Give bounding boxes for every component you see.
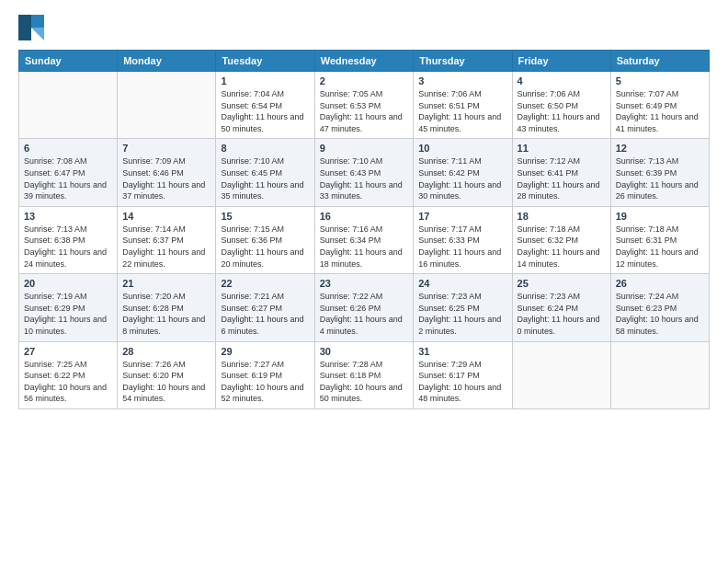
day-number: 26 [616, 278, 704, 289]
day-info: Sunrise: 7:26 AMSunset: 6:20 PMDaylight:… [122, 359, 210, 405]
calendar-cell: 25Sunrise: 7:23 AMSunset: 6:24 PMDayligh… [512, 274, 610, 341]
day-info: Sunrise: 7:09 AMSunset: 6:46 PMDaylight:… [122, 155, 210, 201]
header [18, 15, 710, 40]
day-number: 21 [122, 278, 210, 289]
day-number: 1 [221, 75, 309, 86]
day-info: Sunrise: 7:24 AMSunset: 6:23 PMDaylight:… [616, 291, 704, 337]
weekday-header-sunday: Sunday [19, 51, 118, 72]
day-number: 8 [221, 143, 309, 154]
calendar-header: SundayMondayTuesdayWednesdayThursdayFrid… [19, 51, 710, 72]
calendar-cell: 31Sunrise: 7:29 AMSunset: 6:17 PMDayligh… [414, 341, 512, 408]
day-number: 23 [320, 278, 409, 289]
day-number: 12 [616, 143, 704, 154]
day-info: Sunrise: 7:13 AMSunset: 6:38 PMDaylight:… [24, 224, 112, 270]
calendar-cell: 14Sunrise: 7:14 AMSunset: 6:37 PMDayligh… [118, 206, 216, 273]
calendar-cell: 26Sunrise: 7:24 AMSunset: 6:23 PMDayligh… [610, 274, 709, 341]
page: SundayMondayTuesdayWednesdayThursdayFrid… [0, 0, 728, 563]
calendar-cell: 13Sunrise: 7:13 AMSunset: 6:38 PMDayligh… [19, 206, 118, 273]
svg-marker-2 [31, 28, 44, 40]
calendar-cell: 7Sunrise: 7:09 AMSunset: 6:46 PMDaylight… [118, 139, 216, 206]
day-number: 11 [518, 143, 606, 154]
calendar-cell: 15Sunrise: 7:15 AMSunset: 6:36 PMDayligh… [216, 206, 314, 273]
day-info: Sunrise: 7:10 AMSunset: 6:43 PMDaylight:… [320, 155, 409, 201]
calendar-week-row: 13Sunrise: 7:13 AMSunset: 6:38 PMDayligh… [19, 206, 710, 273]
day-info: Sunrise: 7:05 AMSunset: 6:53 PMDaylight:… [320, 88, 409, 134]
day-number: 20 [24, 278, 112, 289]
calendar-cell: 18Sunrise: 7:18 AMSunset: 6:32 PMDayligh… [512, 206, 610, 273]
day-info: Sunrise: 7:25 AMSunset: 6:22 PMDaylight:… [24, 359, 112, 405]
calendar-cell: 6Sunrise: 7:08 AMSunset: 6:47 PMDaylight… [19, 139, 118, 206]
calendar-table: SundayMondayTuesdayWednesdayThursdayFrid… [18, 50, 710, 409]
weekday-header-wednesday: Wednesday [314, 51, 414, 72]
day-number: 4 [518, 75, 606, 86]
day-info: Sunrise: 7:28 AMSunset: 6:18 PMDaylight:… [320, 359, 409, 405]
calendar-cell: 9Sunrise: 7:10 AMSunset: 6:43 PMDaylight… [314, 139, 414, 206]
calendar-cell: 8Sunrise: 7:10 AMSunset: 6:45 PMDaylight… [216, 139, 314, 206]
weekday-header-row: SundayMondayTuesdayWednesdayThursdayFrid… [19, 51, 710, 72]
day-number: 22 [221, 278, 309, 289]
day-info: Sunrise: 7:16 AMSunset: 6:34 PMDaylight:… [320, 224, 409, 270]
day-number: 3 [418, 75, 506, 86]
day-info: Sunrise: 7:29 AMSunset: 6:17 PMDaylight:… [418, 359, 506, 405]
calendar-cell: 21Sunrise: 7:20 AMSunset: 6:28 PMDayligh… [118, 274, 216, 341]
calendar-cell: 11Sunrise: 7:12 AMSunset: 6:41 PMDayligh… [512, 139, 610, 206]
calendar-cell: 23Sunrise: 7:22 AMSunset: 6:26 PMDayligh… [314, 274, 414, 341]
calendar-cell [19, 72, 118, 139]
calendar-week-row: 20Sunrise: 7:19 AMSunset: 6:29 PMDayligh… [19, 274, 710, 341]
day-number: 6 [24, 143, 112, 154]
calendar-cell: 2Sunrise: 7:05 AMSunset: 6:53 PMDaylight… [314, 72, 414, 139]
day-info: Sunrise: 7:08 AMSunset: 6:47 PMDaylight:… [24, 155, 112, 201]
calendar-cell: 30Sunrise: 7:28 AMSunset: 6:18 PMDayligh… [314, 341, 414, 408]
calendar-cell [610, 341, 709, 408]
calendar-cell: 5Sunrise: 7:07 AMSunset: 6:49 PMDaylight… [610, 72, 709, 139]
day-info: Sunrise: 7:06 AMSunset: 6:51 PMDaylight:… [418, 88, 506, 134]
day-number: 31 [418, 346, 506, 357]
day-number: 7 [122, 143, 210, 154]
calendar-cell: 16Sunrise: 7:16 AMSunset: 6:34 PMDayligh… [314, 206, 414, 273]
calendar-cell: 12Sunrise: 7:13 AMSunset: 6:39 PMDayligh… [610, 139, 709, 206]
day-info: Sunrise: 7:18 AMSunset: 6:31 PMDaylight:… [616, 224, 704, 270]
calendar-cell: 19Sunrise: 7:18 AMSunset: 6:31 PMDayligh… [610, 206, 709, 273]
calendar-cell: 3Sunrise: 7:06 AMSunset: 6:51 PMDaylight… [414, 72, 512, 139]
weekday-header-tuesday: Tuesday [216, 51, 314, 72]
day-info: Sunrise: 7:12 AMSunset: 6:41 PMDaylight:… [518, 155, 606, 201]
day-number: 30 [320, 346, 409, 357]
svg-rect-1 [31, 15, 44, 28]
weekday-header-friday: Friday [512, 51, 610, 72]
logo [18, 15, 48, 40]
day-info: Sunrise: 7:13 AMSunset: 6:39 PMDaylight:… [616, 155, 704, 201]
weekday-header-monday: Monday [118, 51, 216, 72]
calendar-cell: 28Sunrise: 7:26 AMSunset: 6:20 PMDayligh… [118, 341, 216, 408]
day-info: Sunrise: 7:27 AMSunset: 6:19 PMDaylight:… [221, 359, 309, 405]
calendar-cell: 27Sunrise: 7:25 AMSunset: 6:22 PMDayligh… [19, 341, 118, 408]
day-info: Sunrise: 7:07 AMSunset: 6:49 PMDaylight:… [616, 88, 704, 134]
day-info: Sunrise: 7:19 AMSunset: 6:29 PMDaylight:… [24, 291, 112, 337]
day-number: 5 [616, 75, 704, 86]
day-number: 24 [418, 278, 506, 289]
day-number: 10 [418, 143, 506, 154]
calendar-cell: 29Sunrise: 7:27 AMSunset: 6:19 PMDayligh… [216, 341, 314, 408]
calendar-week-row: 1Sunrise: 7:04 AMSunset: 6:54 PMDaylight… [19, 72, 710, 139]
day-info: Sunrise: 7:06 AMSunset: 6:50 PMDaylight:… [518, 88, 606, 134]
day-info: Sunrise: 7:23 AMSunset: 6:25 PMDaylight:… [418, 291, 506, 337]
day-number: 14 [122, 211, 210, 222]
svg-rect-0 [18, 15, 31, 40]
calendar-cell: 4Sunrise: 7:06 AMSunset: 6:50 PMDaylight… [512, 72, 610, 139]
calendar-week-row: 27Sunrise: 7:25 AMSunset: 6:22 PMDayligh… [19, 341, 710, 408]
calendar-body: 1Sunrise: 7:04 AMSunset: 6:54 PMDaylight… [19, 72, 710, 409]
calendar-week-row: 6Sunrise: 7:08 AMSunset: 6:47 PMDaylight… [19, 139, 710, 206]
day-number: 25 [518, 278, 606, 289]
day-info: Sunrise: 7:04 AMSunset: 6:54 PMDaylight:… [221, 88, 309, 134]
day-info: Sunrise: 7:22 AMSunset: 6:26 PMDaylight:… [320, 291, 409, 337]
day-number: 18 [518, 211, 606, 222]
day-number: 19 [616, 211, 704, 222]
weekday-header-saturday: Saturday [610, 51, 709, 72]
day-info: Sunrise: 7:20 AMSunset: 6:28 PMDaylight:… [122, 291, 210, 337]
logo-icon [18, 15, 44, 40]
day-number: 27 [24, 346, 112, 357]
calendar-cell: 22Sunrise: 7:21 AMSunset: 6:27 PMDayligh… [216, 274, 314, 341]
day-number: 17 [418, 211, 506, 222]
calendar-cell: 20Sunrise: 7:19 AMSunset: 6:29 PMDayligh… [19, 274, 118, 341]
day-number: 9 [320, 143, 409, 154]
calendar-cell [118, 72, 216, 139]
